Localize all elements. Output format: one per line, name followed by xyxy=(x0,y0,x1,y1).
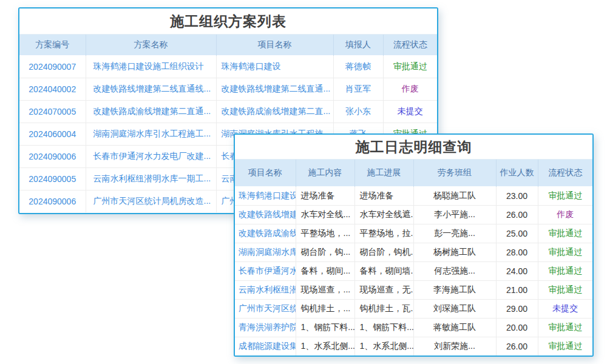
col-header-work-progress: 施工进展 xyxy=(354,160,413,186)
status-badge: 未提交 xyxy=(538,299,592,318)
col-header-project-name: 项目名称 xyxy=(235,160,296,186)
project-name-cell[interactable]: 珠海鹤港口建设 xyxy=(216,55,333,78)
plan-no-cell[interactable]: 2024090007 xyxy=(19,55,86,78)
work-content-cell: 钩机排土，... xyxy=(296,299,354,318)
log-query-window: 施工日志明细查询 项目名称 施工内容 施工进展 劳务班组 作业人数 流程状态 珠… xyxy=(234,133,594,357)
col-header-worker-count: 作业人数 xyxy=(496,160,538,186)
labor-team-cell: 刘新荣施... xyxy=(413,337,496,356)
project-name-cell[interactable]: 珠海鹤港口建设 xyxy=(235,186,296,205)
plan-no-cell[interactable]: 2024090006 xyxy=(19,190,86,212)
work-content-cell: 现场巡查，... xyxy=(296,280,354,299)
plan-no-cell[interactable]: 2024090006 xyxy=(19,145,86,167)
plan-name-cell[interactable]: 珠海鹤港口建设施工组织设计 xyxy=(86,55,216,78)
work-content-cell: 1、水系北侧... xyxy=(296,337,354,356)
project-name-cell[interactable]: 青海洪湖养护院项目 xyxy=(235,318,296,337)
log-table: 项目名称 施工内容 施工进展 劳务班组 作业人数 流程状态 珠海鹤港口建设 进场… xyxy=(235,160,592,356)
plan-name-cell[interactable]: 改建铁路线增建第二线直通线... xyxy=(86,78,216,100)
status-badge: 审批通过 xyxy=(538,318,592,337)
project-name-cell[interactable]: 湖南洞庭湖水库引水工程施工 xyxy=(235,243,296,261)
log-table-row[interactable]: 改建铁路线增建第二线直通线 水车对全线... 水车对全线遮... 李小平施...… xyxy=(235,205,592,224)
status-badge: 作废 xyxy=(383,78,437,100)
project-name-cell[interactable]: 成都能源建设集团 xyxy=(235,337,296,356)
worker-count-cell: 26.00 xyxy=(496,337,538,356)
labor-team-cell: 李小平施... xyxy=(413,205,496,224)
work-progress-cell: 现场巡查，无... xyxy=(354,280,413,299)
labor-team-cell: 杨树施工队 xyxy=(413,243,496,261)
status-badge: 审批通过 xyxy=(538,186,592,205)
plan-no-cell[interactable]: 2024090005 xyxy=(19,167,86,190)
plan-table-row[interactable]: 2024070005 改建铁路成渝线增建第二直通... 改建铁路成渝线增建第二直… xyxy=(19,100,437,123)
labor-team-cell: 刘琛施工队 xyxy=(413,299,496,318)
project-name-cell[interactable]: 改建铁路线增建第二线直通... xyxy=(216,78,333,100)
worker-count-cell: 28.00 xyxy=(496,243,538,261)
project-name-cell[interactable]: 长春市伊通河水力发电厂改建 xyxy=(235,261,296,280)
work-content-cell: 平整场地，... xyxy=(296,224,354,243)
worker-count-cell: 24.00 xyxy=(496,261,538,280)
log-table-row[interactable]: 湖南洞庭湖水库引水工程施工 砌台阶，钩... 砌台阶，钩机... 杨树施工队 2… xyxy=(235,243,592,261)
plan-name-cell[interactable]: 广州市天河区统计局机房改造... xyxy=(86,190,216,212)
labor-team-cell: 蒋敏施工队 xyxy=(413,318,496,337)
plan-table-header-row: 方案编号 方案名称 项目名称 填报人 流程状态 xyxy=(19,35,437,55)
plan-name-cell[interactable]: 湖南洞庭湖水库引水工程施工... xyxy=(86,123,216,145)
work-content-cell: 砌台阶，钩... xyxy=(296,243,354,261)
plan-no-cell[interactable]: 2024070005 xyxy=(19,100,86,123)
worker-count-cell: 25.00 xyxy=(496,224,538,243)
work-progress-cell: 1、钢筋下料... xyxy=(354,318,413,337)
status-badge: 审批通过 xyxy=(538,337,592,356)
log-query-title: 施工日志明细查询 xyxy=(235,135,592,160)
labor-team-cell: 彭一亮施... xyxy=(413,224,496,243)
project-name-cell[interactable]: 云南水利枢纽潜明水库一期工程 xyxy=(235,280,296,299)
log-table-row[interactable]: 成都能源建设集团 1、水系北侧... 1、水系北侧... 刘新荣施... 26.… xyxy=(235,337,592,356)
labor-team-cell: 何志强施... xyxy=(413,261,496,280)
plan-table-row[interactable]: 2024040002 改建铁路线增建第二线直通线... 改建铁路线增建第二线直通… xyxy=(19,78,437,100)
log-table-header-row: 项目名称 施工内容 施工进展 劳务班组 作业人数 流程状态 xyxy=(235,160,592,186)
work-content-cell: 备料，砌间... xyxy=(296,261,354,280)
log-table-row[interactable]: 云南水利枢纽潜明水库一期工程 现场巡查，... 现场巡查，无... 李海施工队 … xyxy=(235,280,592,299)
project-name-cell[interactable]: 改建铁路线增建第二线直通线 xyxy=(235,205,296,224)
plan-name-cell[interactable]: 云南水利枢纽潜明水库一期工... xyxy=(86,167,216,190)
work-content-cell: 水车对全线... xyxy=(296,205,354,224)
log-table-row[interactable]: 珠海鹤港口建设 进场准备 进场准备 杨聪施工队 23.00 审批通过 xyxy=(235,186,592,205)
worker-count-cell: 29.00 xyxy=(496,299,538,318)
col-header-work-content: 施工内容 xyxy=(296,160,354,186)
plan-name-cell[interactable]: 长春市伊通河水力发电厂改建... xyxy=(86,145,216,167)
work-progress-cell: 1、水系北侧... xyxy=(354,337,413,356)
status-badge: 作废 xyxy=(538,205,592,224)
plan-list-title: 施工组织方案列表 xyxy=(19,8,437,35)
log-table-body: 珠海鹤港口建设 进场准备 进场准备 杨聪施工队 23.00 审批通过 改建铁路线… xyxy=(235,186,592,356)
col-header-status: 流程状态 xyxy=(383,35,437,55)
plan-no-cell[interactable]: 2024060004 xyxy=(19,123,86,145)
work-progress-cell: 备料，砌间墙... xyxy=(354,261,413,280)
work-progress-cell: 砌台阶，钩机... xyxy=(354,243,413,261)
work-content-cell: 进场准备 xyxy=(296,186,354,205)
worker-count-cell: 26.00 xyxy=(496,205,538,224)
plan-table-row[interactable]: 2024090007 珠海鹤港口建设施工组织设计 珠海鹤港口建设 蒋德帧 审批通… xyxy=(19,55,437,78)
log-table-row[interactable]: 青海洪湖养护院项目 1、钢筋下料... 1、钢筋下料... 蒋敏施工队 20.0… xyxy=(235,318,592,337)
status-badge: 审批通过 xyxy=(383,55,437,78)
worker-count-cell: 20.00 xyxy=(496,318,538,337)
project-name-cell[interactable]: 广州市天河区统计局机房改造 xyxy=(235,299,296,318)
col-header-plan-no: 方案编号 xyxy=(19,35,86,55)
work-progress-cell: 进场准备 xyxy=(354,186,413,205)
col-header-plan-name: 方案名称 xyxy=(86,35,216,55)
project-name-cell[interactable]: 改建铁路成渝线增建第二直... xyxy=(216,100,333,123)
worker-count-cell: 21.00 xyxy=(496,280,538,299)
col-header-project-name: 项目名称 xyxy=(216,35,333,55)
work-progress-cell: 平整场地，拉... xyxy=(354,224,413,243)
status-badge: 审批通过 xyxy=(538,243,592,261)
status-badge: 审批通过 xyxy=(538,224,592,243)
log-table-row[interactable]: 长春市伊通河水力发电厂改建 备料，砌间... 备料，砌间墙... 何志强施...… xyxy=(235,261,592,280)
project-name-cell[interactable]: 改建铁路成渝线增建第二直通 xyxy=(235,224,296,243)
reporter-cell: 肖亚军 xyxy=(333,78,383,100)
status-badge: 未提交 xyxy=(383,100,437,123)
work-progress-cell: 水车对全线遮... xyxy=(354,205,413,224)
log-table-row[interactable]: 广州市天河区统计局机房改造 钩机排土，... 钩机排土，瓦... 刘琛施工队 2… xyxy=(235,299,592,318)
labor-team-cell: 杨聪施工队 xyxy=(413,186,496,205)
plan-no-cell[interactable]: 2024040002 xyxy=(19,78,86,100)
worker-count-cell: 23.00 xyxy=(496,186,538,205)
col-header-labor-team: 劳务班组 xyxy=(413,160,496,186)
col-header-status: 流程状态 xyxy=(538,160,592,186)
log-table-row[interactable]: 改建铁路成渝线增建第二直通 平整场地，... 平整场地，拉... 彭一亮施...… xyxy=(235,224,592,243)
plan-name-cell[interactable]: 改建铁路成渝线增建第二直通... xyxy=(86,100,216,123)
col-header-reporter: 填报人 xyxy=(333,35,383,55)
